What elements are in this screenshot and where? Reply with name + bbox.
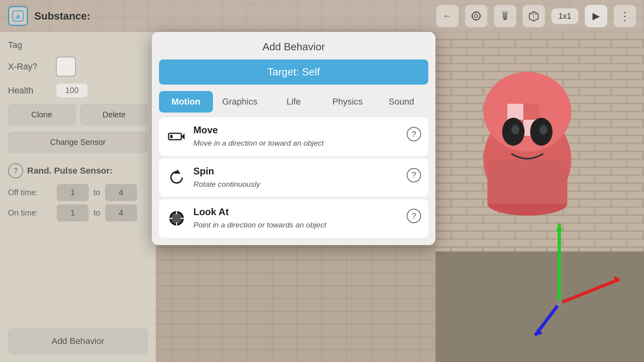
delete-button[interactable]: Delete [80,104,148,125]
tag-row: Tag [8,40,148,50]
look-at-content: Look At Point in a direction or towards … [193,206,400,231]
svg-point-2 [472,12,480,20]
clone-button[interactable]: Clone [8,104,76,125]
select-icon [471,10,482,22]
3d-scene [435,32,644,362]
svg-rect-20 [435,251,644,362]
spin-icon [166,167,187,188]
svg-point-29 [511,125,519,135]
target-bar[interactable]: Target: Self [159,59,428,85]
svg-rect-24 [523,104,539,120]
toolbar-substance-title: Substance: [34,10,90,22]
move-icon [166,126,187,147]
behavior-tabs: Motion Graphics Life Physics Sound [159,91,428,113]
spin-desc: Rotate continuously [193,179,400,190]
sensor-icon: ? [8,163,23,178]
sensor-title: Rand. Pulse Sensor: [27,166,113,176]
back-icon: ← [443,11,452,21]
tag-label: Tag [8,40,56,50]
on-time-to-input[interactable]: 4 [105,204,137,222]
cube-button[interactable] [523,5,545,27]
on-time-label: On time: [8,208,52,218]
off-time-label: Off time: [8,188,52,197]
on-time-from-input[interactable]: 1 [57,204,89,222]
svg-point-30 [539,125,547,135]
on-time-to-label: to [93,208,100,218]
move-content: Move Move in a direction or toward an ob… [193,125,400,149]
play-icon: ▶ [592,10,600,22]
xray-row: X-Ray? [8,57,148,77]
tab-physics[interactable]: Physics [320,91,374,113]
toolbar: Substance: ← 1x1 ▶ ⋮ [0,0,644,32]
health-label: Health [8,85,56,96]
look-at-name: Look At [193,206,400,218]
move-desc: Move in a direction or toward an object [193,138,400,149]
xray-checkbox[interactable] [56,57,76,77]
svg-rect-10 [502,11,508,13]
svg-point-45 [171,213,182,224]
play-button[interactable]: ▶ [585,5,607,27]
look-at-icon [166,208,187,229]
select-button[interactable] [465,5,487,27]
scale-indicator: 1x1 [551,8,578,24]
look-at-desc: Point in a direction or towards an objec… [193,220,400,231]
modal-title: Add Behavior [152,32,435,59]
more-icon: ⋮ [619,10,630,23]
tab-graphics[interactable]: Graphics [213,91,267,113]
add-behavior-modal: Add Behavior Target: Self Motion Graphic… [152,32,435,245]
health-row: Health 100 [8,83,148,98]
paint-icon [499,10,511,22]
on-time-row: On time: 1 to 4 [8,204,148,222]
spin-help-icon[interactable]: ? [407,168,421,182]
svg-rect-23 [507,104,523,120]
behavior-item-look-at[interactable]: Look At Point in a direction or towards … [159,199,428,238]
look-at-help-icon[interactable]: ? [407,209,421,223]
off-time-to-input[interactable]: 4 [105,184,137,201]
svg-rect-9 [503,18,507,20]
add-behavior-button[interactable]: Add Behavior [8,328,148,354]
svg-rect-32 [487,160,567,204]
left-panel: Tag X-Ray? Health 100 Clone Delete Chang… [0,32,156,362]
clone-delete-row: Clone Delete [8,104,148,125]
app-logo [8,6,28,26]
tab-life[interactable]: Life [267,91,321,113]
spin-name: Spin [193,166,400,177]
move-name: Move [193,125,400,136]
off-time-to-label: to [93,188,100,197]
sensor-title-row: ? Rand. Pulse Sensor: [8,163,148,178]
svg-marker-1 [15,13,21,19]
move-help-icon[interactable]: ? [407,127,421,141]
sensor-section: ? Rand. Pulse Sensor: Off time: 1 to 4 O… [8,163,148,222]
spin-content: Spin Rotate continuously [193,166,400,190]
behavior-item-move[interactable]: Move Move in a direction or toward an ob… [159,117,428,156]
paint-button[interactable] [494,5,516,27]
cube-icon [528,10,539,22]
off-time-row: Off time: 1 to 4 [8,184,148,201]
behavior-item-spin[interactable]: Spin Rotate continuously ? [159,158,428,197]
xray-label: X-Ray? [8,61,56,72]
change-sensor-button[interactable]: Change Sensor [8,132,148,153]
svg-point-3 [475,14,478,18]
off-time-from-input[interactable]: 1 [57,184,89,201]
more-button[interactable]: ⋮ [614,5,636,27]
tab-motion[interactable]: Motion [159,91,213,113]
back-button[interactable]: ← [436,5,459,27]
svg-rect-42 [170,135,173,138]
health-value[interactable]: 100 [56,83,88,98]
svg-point-39 [556,300,563,307]
behavior-list: Move Move in a direction or toward an ob… [152,117,435,245]
tab-sound[interactable]: Sound [374,91,428,113]
